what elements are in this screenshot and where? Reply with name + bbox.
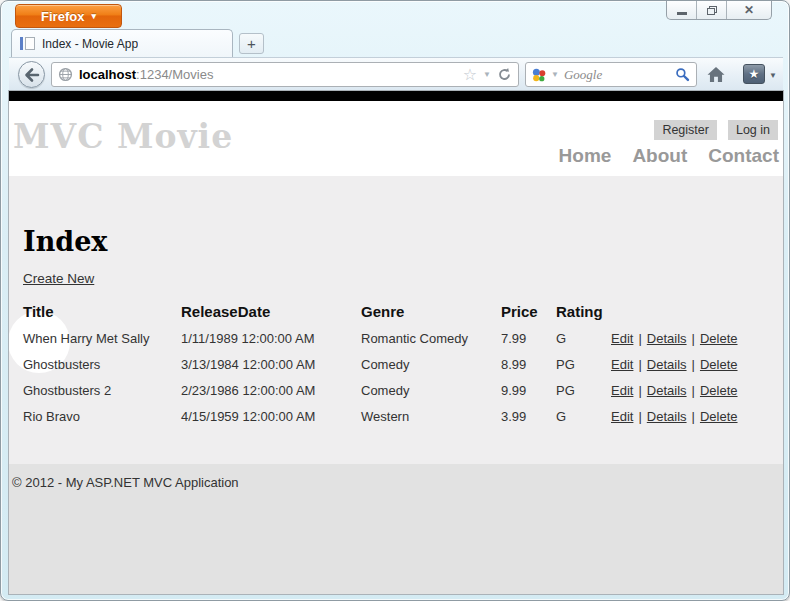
column-header-rating: Rating <box>556 298 611 325</box>
delete-link[interactable]: Delete <box>700 357 738 372</box>
edit-link[interactable]: Edit <box>611 409 633 424</box>
search-box[interactable]: ▼ Google <box>525 62 697 87</box>
page-title: Index <box>23 226 107 257</box>
column-header-releasedate: ReleaseDate <box>181 298 361 325</box>
page-top-border <box>9 91 783 101</box>
search-input[interactable]: Google <box>564 67 602 83</box>
table-header-row: TitleReleaseDateGenrePriceRating <box>23 298 761 325</box>
window-controls: ✕ <box>666 1 772 20</box>
column-header-title: Title <box>23 298 181 325</box>
price-cell: 3.99 <box>501 403 556 429</box>
action-separator: | <box>633 383 646 398</box>
url-dropdown-icon[interactable]: ▼ <box>483 71 491 79</box>
title-cell: Ghostbusters <box>23 351 181 377</box>
actions-cell: Edit|Details|Delete <box>611 403 761 429</box>
tab-bar: Index - Movie App + <box>9 29 783 57</box>
movies-table-body: When Harry Met Sally1/11/1989 12:00:00 A… <box>23 325 761 429</box>
main-content: Index Create New TitleReleaseDateGenrePr… <box>9 176 783 464</box>
globe-icon <box>58 67 73 82</box>
details-link[interactable]: Details <box>647 331 687 346</box>
site-logo[interactable]: MVC Movie <box>13 117 233 156</box>
action-separator: | <box>687 357 700 372</box>
page-favicon-icon <box>20 36 36 51</box>
nav-link-contact[interactable]: Contact <box>708 145 779 167</box>
release-date-cell: 3/13/1984 12:00:00 AM <box>181 351 361 377</box>
bookmarks-menu-button[interactable]: ★ <box>743 64 765 84</box>
release-date-cell: 1/11/1989 12:00:00 AM <box>181 325 361 351</box>
minimize-button[interactable] <box>667 1 697 19</box>
home-icon <box>706 66 726 83</box>
register-button[interactable]: Register <box>654 120 717 140</box>
url-text: localhost:1234/Movies <box>79 67 213 82</box>
release-date-cell: 2/23/1986 12:00:00 AM <box>181 377 361 403</box>
nav-link-about[interactable]: About <box>632 145 687 167</box>
action-separator: | <box>687 409 700 424</box>
close-button[interactable]: ✕ <box>727 1 771 19</box>
genre-cell: Romantic Comedy <box>361 325 501 351</box>
edit-link[interactable]: Edit <box>611 357 633 372</box>
release-date-cell: 4/15/1959 12:00:00 AM <box>181 403 361 429</box>
price-cell: 8.99 <box>501 351 556 377</box>
delete-link[interactable]: Delete <box>700 383 738 398</box>
bookmarks-star-icon: ★ <box>749 68 760 80</box>
new-tab-button[interactable]: + <box>239 33 264 54</box>
column-header-price: Price <box>501 298 556 325</box>
action-separator: | <box>633 357 646 372</box>
delete-link[interactable]: Delete <box>700 409 738 424</box>
bookmarks-dropdown-icon[interactable]: ▼ <box>769 71 777 80</box>
price-cell: 7.99 <box>501 325 556 351</box>
site-footer: © 2012 - My ASP.NET MVC Application <box>9 464 783 594</box>
details-link[interactable]: Details <box>647 409 687 424</box>
genre-cell: Comedy <box>361 377 501 403</box>
actions-cell: Edit|Details|Delete <box>611 377 761 403</box>
firefox-menu-button[interactable]: Firefox ▾ <box>15 4 122 28</box>
create-new-link[interactable]: Create New <box>23 271 94 286</box>
bookmark-star-icon[interactable]: ☆ <box>463 67 477 83</box>
movies-table: TitleReleaseDateGenrePriceRating When Ha… <box>23 298 761 429</box>
column-header-genre: Genre <box>361 298 501 325</box>
actions-cell: Edit|Details|Delete <box>611 325 761 351</box>
firefox-menu-label: Firefox <box>41 9 84 24</box>
genre-cell: Western <box>361 403 501 429</box>
search-engine-dropdown-icon[interactable]: ▼ <box>551 71 559 79</box>
column-header-actions <box>611 298 761 325</box>
tab-index-movie-app[interactable]: Index - Movie App <box>11 29 233 57</box>
title-cell: When Harry Met Sally <box>23 325 181 351</box>
back-button[interactable] <box>18 61 45 88</box>
action-separator: | <box>633 409 646 424</box>
delete-link[interactable]: Delete <box>700 331 738 346</box>
edit-link[interactable]: Edit <box>611 331 633 346</box>
details-link[interactable]: Details <box>647 357 687 372</box>
genre-cell: Comedy <box>361 351 501 377</box>
edit-link[interactable]: Edit <box>611 383 633 398</box>
url-path: :1234/Movies <box>136 67 213 82</box>
table-row: Ghostbusters3/13/1984 12:00:00 AMComedy8… <box>23 351 761 377</box>
home-button[interactable] <box>706 66 726 83</box>
title-cell: Rio Bravo <box>23 403 181 429</box>
login-button[interactable]: Log in <box>728 120 778 140</box>
close-icon: ✕ <box>744 4 754 16</box>
rating-cell: G <box>556 325 611 351</box>
browser-window: Firefox ▾ ✕ Index - Movie App + <box>0 0 790 601</box>
nav-link-home[interactable]: Home <box>559 145 612 167</box>
back-arrow-icon <box>24 67 40 83</box>
auth-links: Register Log in <box>654 120 778 140</box>
restore-button[interactable] <box>697 1 727 19</box>
restore-icon <box>707 6 717 15</box>
site-nav: HomeAboutContact <box>559 145 779 167</box>
url-bar[interactable]: localhost:1234/Movies ☆ ▼ <box>51 62 519 87</box>
google-logo-icon <box>532 68 546 82</box>
table-row: Rio Bravo4/15/1959 12:00:00 AMWestern3.9… <box>23 403 761 429</box>
actions-cell: Edit|Details|Delete <box>611 351 761 377</box>
title-cell: Ghostbusters 2 <box>23 377 181 403</box>
table-row: Ghostbusters 22/23/1986 12:00:00 AMComed… <box>23 377 761 403</box>
footer-copyright: © 2012 - My ASP.NET MVC Application <box>12 475 239 490</box>
details-link[interactable]: Details <box>647 383 687 398</box>
site-header: MVC Movie Register Log in HomeAboutConta… <box>9 101 783 176</box>
search-magnifier-icon[interactable] <box>675 67 690 82</box>
reload-icon[interactable] <box>497 67 512 82</box>
action-separator: | <box>687 331 700 346</box>
rating-cell: PG <box>556 377 611 403</box>
url-domain: localhost <box>79 67 136 82</box>
page-viewport: MVC Movie Register Log in HomeAboutConta… <box>9 91 783 594</box>
